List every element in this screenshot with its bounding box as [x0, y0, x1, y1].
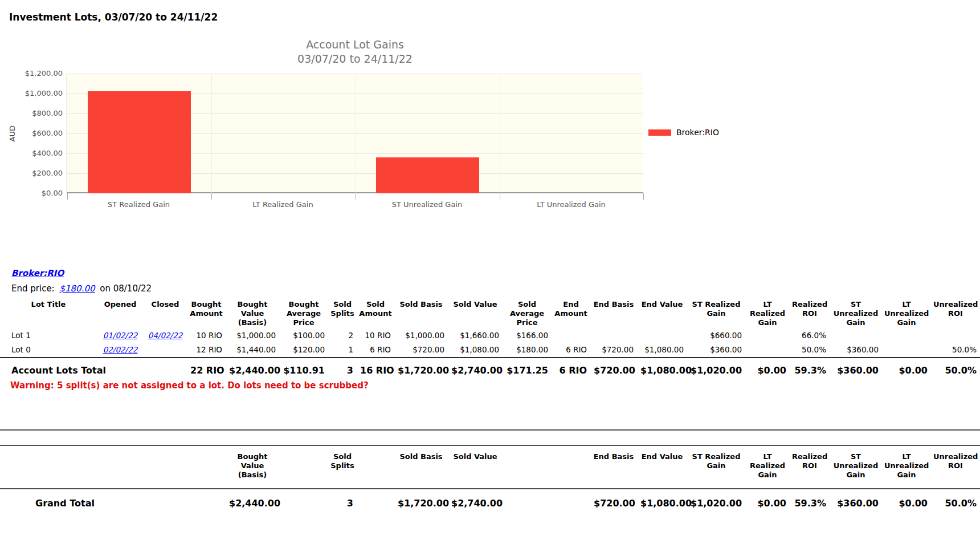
total-cell: 22 RIO: [187, 358, 226, 379]
category-separator: [356, 74, 356, 193]
table-cell: 50.0%: [790, 343, 830, 358]
total-cell: [97, 489, 144, 513]
y-tick-label: $0.00: [0, 189, 63, 197]
table-cell: [882, 343, 931, 358]
column-header: End Value: [637, 298, 687, 328]
x-category-label: ST Unrealized Gain: [355, 200, 499, 209]
lots-table: Lot TitleOpenedClosedBought AmountBought…: [0, 298, 980, 379]
chart-title-line1: Account Lot Gains: [67, 38, 643, 52]
chart-title: Account Lot Gains 03/07/20 to 24/11/22: [67, 38, 643, 66]
chart-title-line2: 03/07/20 to 24/11/22: [67, 52, 643, 66]
column-header: LT Unrealized Gain: [882, 298, 931, 328]
end-price-suffix: on 08/10/22: [100, 283, 152, 294]
y-tick-label: $1,200.00: [0, 69, 63, 78]
table-cell: [552, 328, 590, 343]
total-cell: $0.00: [745, 358, 790, 379]
column-header: End Value: [637, 445, 687, 489]
total-cell: $2,740.00: [448, 489, 503, 513]
legend-label: Broker:RIO: [676, 128, 719, 137]
table-cell: 1: [328, 343, 357, 358]
total-cell: [144, 489, 187, 513]
table-cell: Lot 0: [0, 343, 97, 358]
column-header: Bought Average Price: [279, 298, 328, 328]
column-header: Unrealized ROI: [931, 445, 980, 489]
table-cell: [590, 328, 637, 343]
table-cell: $166.00: [503, 328, 552, 343]
column-header: Sold Average Price: [503, 298, 552, 328]
column-header: End Basis: [590, 298, 637, 328]
account-section-header: Broker:RIO: [11, 268, 980, 278]
total-cell: $0.00: [882, 358, 931, 379]
total-cell: $2,440.00: [226, 358, 279, 379]
total-cell: [552, 489, 590, 513]
column-header: Bought Value (Basis): [226, 298, 279, 328]
date-link[interactable]: 02/02/22: [103, 345, 138, 354]
total-cell: $1,080.00: [637, 358, 687, 379]
table-cell: $720.00: [394, 343, 448, 358]
column-header: [97, 445, 144, 489]
date-link[interactable]: 04/02/22: [148, 331, 183, 340]
chart-legend: Broker:RIO: [648, 128, 719, 137]
total-cell: Account Lots Total: [0, 358, 97, 379]
category-separator: [211, 74, 212, 193]
table-cell: $660.00: [687, 328, 745, 343]
y-tick-label: $200.00: [0, 169, 63, 177]
total-cell: 59.3%: [790, 358, 830, 379]
column-header: ST Unrealized Gain: [830, 445, 882, 489]
x-category-label: ST Realized Gain: [67, 200, 211, 209]
grand-total-row: Grand Total$2,440.003$1,720.00$2,740.00$…: [0, 489, 980, 513]
column-header: Lot Title: [0, 298, 97, 328]
x-category-label: LT Unrealized Gain: [499, 200, 643, 209]
column-header: Sold Basis: [394, 298, 448, 328]
table-cell: [637, 328, 687, 343]
table-cell: 10 RIO: [357, 328, 394, 343]
grand-total-table: Bought Value (Basis)Sold SplitsSold Basi…: [0, 445, 980, 513]
total-cell: [144, 358, 187, 379]
column-header: End Basis: [590, 445, 637, 489]
column-header: ST Unrealized Gain: [830, 298, 882, 328]
account-lot-gains-chart: Account Lot Gains 03/07/20 to 24/11/22 A…: [0, 24, 980, 213]
column-header: Sold Basis: [394, 445, 448, 489]
grand-total-section-rule: [0, 429, 980, 431]
total-cell: $360.00: [830, 489, 882, 513]
total-cell: $1,020.00: [687, 358, 745, 379]
table-cell: 10 RIO: [187, 328, 226, 343]
total-cell: $0.00: [882, 489, 931, 513]
column-header: Closed: [144, 298, 187, 328]
x-axis-tick: [500, 193, 500, 200]
total-cell: 50.0%: [931, 489, 980, 513]
table-cell: 12 RIO: [187, 343, 226, 358]
column-header: Sold Value: [448, 445, 503, 489]
table-cell: 50.0%: [931, 343, 980, 358]
column-header: Bought Value (Basis): [226, 445, 279, 489]
total-cell: $2,440.00: [226, 489, 279, 513]
x-axis-tick: [67, 193, 68, 200]
end-price-link[interactable]: $180.00: [59, 283, 95, 294]
account-link[interactable]: Broker:RIO: [11, 268, 64, 278]
column-header: [279, 445, 328, 489]
column-header: ST Realized Gain: [687, 445, 745, 489]
table-cell: $1,080.00: [448, 343, 503, 358]
column-header: ST Realized Gain: [687, 298, 745, 328]
column-header: Sold Amount: [357, 298, 394, 328]
column-header: Unrealized ROI: [931, 298, 980, 328]
table-cell: 6 RIO: [357, 343, 394, 358]
table-row: Lot 002/02/2212 RIO$1,440.00$120.0016 RI…: [0, 343, 980, 358]
total-cell: 3: [328, 358, 357, 379]
table-cell: 02/02/22: [97, 343, 144, 358]
table-cell: $1,000.00: [394, 328, 448, 343]
end-price-prefix: End price:: [11, 283, 55, 294]
warning-text: Warning: 5 split(s) are not assigned to …: [10, 380, 980, 391]
end-price-line: End price: $180.00 on 08/10/22: [11, 283, 980, 294]
bar-st-unrealized-gain: [376, 157, 479, 193]
column-header: [503, 445, 552, 489]
table-cell: $1,000.00: [226, 328, 279, 343]
date-link[interactable]: 01/02/22: [103, 331, 138, 340]
y-tick-label: $800.00: [0, 109, 63, 117]
y-tick-label: $1,000.00: [0, 89, 63, 98]
header-row: Lot TitleOpenedClosedBought AmountBought…: [0, 298, 980, 328]
table-cell: 6 RIO: [552, 343, 590, 358]
column-header: Sold Splits: [328, 445, 357, 489]
total-cell: 59.3%: [790, 489, 830, 513]
total-cell: 3: [328, 489, 357, 513]
